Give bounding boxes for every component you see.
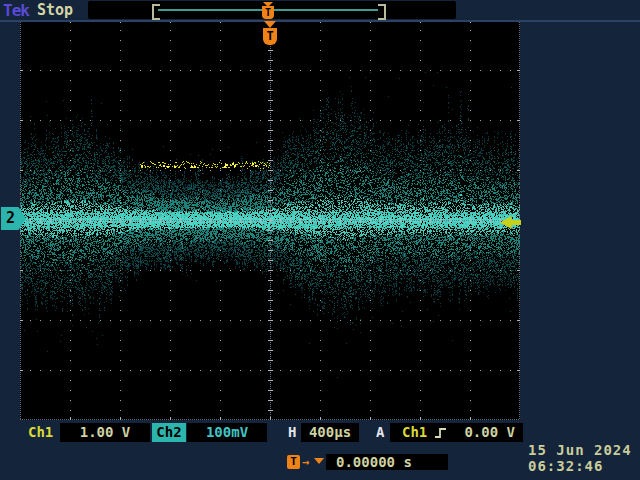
horizontal-scale-readout: 400µs <box>301 423 359 442</box>
graticule <box>20 20 520 420</box>
time-label: 06:32:46 <box>528 458 603 474</box>
ch2-readout-label: Ch2 <box>152 423 186 442</box>
trigger-mode-label: A <box>376 423 384 442</box>
record-trigger-t-icon: T <box>262 6 274 19</box>
record-view-left-bracket-icon <box>152 4 160 20</box>
trigger-source-label: Ch1 <box>402 423 427 442</box>
record-view-right-bracket-icon <box>378 4 386 20</box>
date-label: 15 Jun 2024 <box>528 442 632 458</box>
ch1-readout-label: Ch1 <box>28 423 53 442</box>
horizontal-readout-label: H <box>288 423 296 442</box>
trigger-position-flag-icon: T <box>263 28 277 45</box>
acquisition-status: Stop <box>37 1 73 19</box>
ch2-scale-readout: 100mV <box>187 423 267 442</box>
trigger-position-arrow-icon <box>264 21 276 28</box>
tek-logo: Tek <box>3 1 29 20</box>
triangle-down-icon <box>314 458 324 464</box>
trigger-readout-box: Ch1 0.00 V <box>390 423 523 442</box>
trigger-time-t-icon: T <box>287 455 300 469</box>
waveform-canvas <box>20 20 520 420</box>
oscilloscope-screen: Tek Stop T T 2 Ch1 1.00 V Ch2 100mV H 40… <box>0 0 640 480</box>
trigger-level-readout: 0.00 V <box>464 423 515 442</box>
top-status-bar: Tek Stop T <box>0 0 640 22</box>
trigger-time-value: 0.00000 s <box>326 454 448 470</box>
record-view-box: T <box>88 1 456 19</box>
rising-edge-icon <box>433 426 449 440</box>
ch1-scale-readout: 1.00 V <box>60 423 150 442</box>
arrow-right-icon: → <box>302 454 309 470</box>
